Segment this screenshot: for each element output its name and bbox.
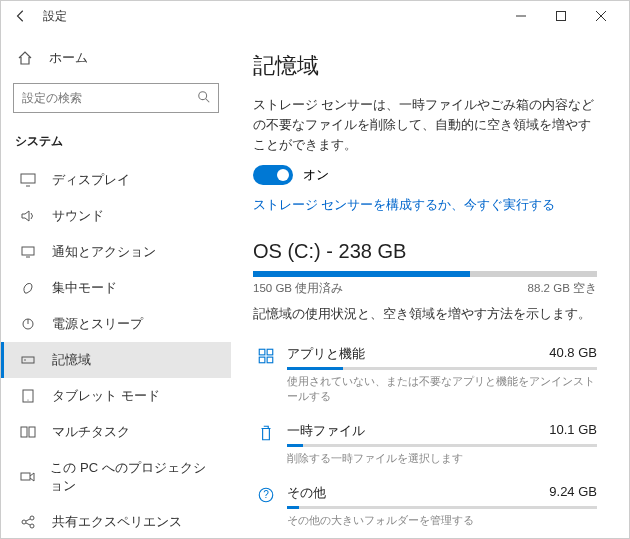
nav-label: マルチタスク [52,423,130,441]
sidebar-item-focus[interactable]: 集中モード [1,270,231,306]
nav-label: この PC へのプロジェクション [50,459,217,495]
usage-note: 記憶域の使用状況と、空き領域を増やす方法を示します。 [253,306,597,323]
svg-rect-15 [21,427,27,437]
focus-icon [18,281,38,295]
minimize-button[interactable] [501,2,541,30]
sound-icon [18,209,38,223]
sidebar-item-power[interactable]: 電源とスリープ [1,306,231,342]
nav-label: 通知とアクション [52,243,156,261]
cat-sub: 削除する一時ファイルを選択します [287,451,597,466]
svg-rect-6 [21,174,35,183]
svg-point-18 [22,520,26,524]
svg-point-19 [30,516,34,520]
window-title: 設定 [43,8,67,25]
category-apps[interactable]: アプリと機能40.8 GB 使用されていない、または不要なアプリと機能をアンイン… [253,339,597,416]
home-icon [15,50,35,66]
multitask-icon [18,425,38,439]
cat-sub: その他の大きいフォルダーを管理する [287,513,597,528]
drive-used-label: 150 GB 使用済み [253,281,343,296]
svg-rect-17 [21,473,30,480]
drive-free-label: 88.2 GB 空き [528,281,597,296]
cat-name: アプリと機能 [287,345,365,363]
svg-rect-16 [29,427,35,437]
svg-rect-26 [267,349,273,355]
svg-rect-27 [259,357,265,363]
nav-label: 共有エクスペリエンス [52,513,182,531]
svg-line-22 [26,523,30,525]
sidebar-item-storage[interactable]: 記憶域 [1,342,231,378]
sidebar-home-label: ホーム [49,49,88,67]
projection-icon [18,470,36,484]
display-icon [18,173,38,187]
sidebar-item-tablet[interactable]: タブレット モード [1,378,231,414]
storage-icon [18,353,38,367]
svg-point-12 [24,359,26,361]
svg-point-20 [30,524,34,528]
drive-usage-bar [253,271,597,277]
category-temp[interactable]: 一時ファイル10.1 GB 削除する一時ファイルを選択します [253,416,597,478]
notification-icon [18,245,38,259]
svg-rect-8 [22,247,34,255]
svg-rect-1 [557,12,566,21]
sidebar-item-multitask[interactable]: マルチタスク [1,414,231,450]
power-icon [18,317,38,331]
svg-rect-11 [22,357,34,363]
cat-name: 一時ファイル [287,422,365,440]
cat-sub: 使用されていない、または不要なアプリと機能をアンインストールする [287,374,597,404]
nav-label: 集中モード [52,279,117,297]
nav-label: サウンド [52,207,104,225]
cat-size: 40.8 GB [549,345,597,363]
storage-sense-toggle[interactable] [253,165,293,185]
sidebar-home[interactable]: ホーム [1,41,231,75]
nav-label: タブレット モード [52,387,160,405]
apps-icon [253,345,279,365]
svg-rect-25 [259,349,265,355]
nav-label: ディスプレイ [52,171,130,189]
svg-line-21 [26,519,30,521]
configure-storage-sense-link[interactable]: ストレージ センサーを構成するか、今すぐ実行する [253,197,597,214]
maximize-button[interactable] [541,2,581,30]
close-button[interactable] [581,2,621,30]
svg-rect-28 [267,357,273,363]
sidebar-item-projection[interactable]: この PC へのプロジェクション [1,450,231,504]
share-icon [18,515,38,529]
nav-label: 記憶域 [52,351,91,369]
nav-label: 電源とスリープ [52,315,143,333]
svg-point-14 [27,399,28,400]
back-button[interactable] [9,9,33,23]
cat-size: 10.1 GB [549,422,597,440]
sidebar-item-sound[interactable]: サウンド [1,198,231,234]
search-icon [197,90,211,104]
svg-point-4 [199,92,207,100]
drive-title: OS (C:) - 238 GB [253,240,597,263]
toggle-label: オン [303,166,329,184]
sidebar-item-notifications[interactable]: 通知とアクション [1,234,231,270]
svg-line-5 [206,99,210,103]
cat-size: 9.24 GB [549,484,597,502]
search-input[interactable] [13,83,219,113]
category-other[interactable]: ? その他9.24 GB その他の大きいフォルダーを管理する [253,478,597,538]
cat-name: その他 [287,484,326,502]
sidebar-item-display[interactable]: ディスプレイ [1,162,231,198]
drive-usage-fill [253,271,470,277]
sidebar-section: システム [1,123,231,162]
tablet-icon [18,389,38,403]
question-icon: ? [253,484,279,504]
storage-sense-description: ストレージ センサーは、一時ファイルやごみ箱の内容などの不要なファイルを削除して… [253,95,597,155]
sidebar-item-shared[interactable]: 共有エクスペリエンス [1,504,231,538]
page-heading: 記憶域 [253,51,597,81]
trash-icon [253,422,279,442]
svg-text:?: ? [263,489,269,500]
